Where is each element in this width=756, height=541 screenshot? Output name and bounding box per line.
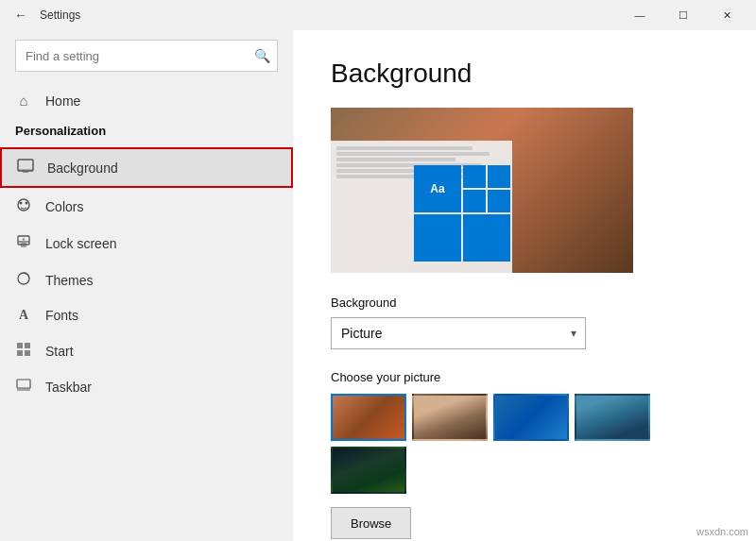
taskbar-label: Taskbar [45,380,92,395]
preview-line [336,158,455,161]
svg-rect-13 [17,350,23,356]
sidebar-item-taskbar[interactable]: Taskbar [0,369,293,404]
svg-point-4 [20,202,23,205]
sidebar-item-fonts[interactable]: A Fonts [0,298,293,332]
svg-rect-7 [21,243,26,247]
svg-point-9 [23,238,25,240]
main-container: 🔍 ⌂ Home Personalization Background [0,30,756,541]
tile-aa: Aa [414,165,461,212]
svg-point-5 [26,202,28,205]
svg-rect-11 [17,343,23,348]
dropdown-container: Picture Solid color Slideshow ▾ [331,317,586,349]
sidebar-item-lockscreen[interactable]: Lock screen [0,225,293,262]
lockscreen-icon [15,234,32,252]
back-button[interactable]: ← [8,2,34,28]
tile-mini [463,190,486,212]
page-title: Background [331,59,718,89]
browse-button[interactable]: Browse [331,507,411,539]
picture-thumb-1[interactable] [331,394,406,441]
search-icon[interactable]: 🔍 [254,48,270,63]
tile-mini [488,165,510,188]
colors-label: Colors [45,199,83,214]
themes-label: Themes [45,273,94,288]
minimize-button[interactable]: — [618,0,662,30]
preview-line [336,152,490,156]
home-label: Home [45,93,80,109]
picture-thumb-3[interactable] [493,394,569,441]
sidebar-item-themes[interactable]: Themes [0,262,293,298]
taskbar-icon [15,379,32,395]
title-bar-title: Settings [40,8,618,22]
fonts-icon: A [15,308,32,323]
fonts-label: Fonts [45,308,78,323]
themes-icon [15,271,32,289]
tile-grid [463,165,510,212]
search-input[interactable] [15,40,278,72]
picture-thumb-4[interactable] [575,394,650,441]
start-icon [15,342,32,360]
svg-rect-15 [17,380,30,388]
sidebar-item-home[interactable]: ⌂ Home [0,83,293,118]
watermark: wsxdn.com [696,526,748,537]
tile-bottom-right [463,214,510,262]
tile-mini [488,190,510,212]
choose-picture-label: Choose your picture [331,370,718,384]
tile-mini [463,165,486,188]
lockscreen-label: Lock screen [45,236,116,251]
svg-rect-12 [25,343,30,348]
content-area: Background Aa [293,30,756,541]
sidebar-section-title: Personalization [0,118,293,147]
sidebar-item-start[interactable]: Start [0,332,293,369]
picture-thumb-5[interactable] [331,447,406,494]
picture-thumb-2[interactable] [412,394,488,441]
preview-tiles: Aa [414,165,510,262]
tile-bottom-left [414,214,461,262]
start-label: Start [45,344,74,359]
pictures-row [331,394,718,494]
background-dropdown[interactable]: Picture Solid color Slideshow [331,317,586,349]
window-controls: — ☐ ✕ [618,0,748,30]
svg-rect-1 [18,169,33,171]
svg-rect-14 [25,350,30,356]
sidebar-item-colors[interactable]: Colors [0,188,293,225]
sidebar-item-background[interactable]: Background [0,147,293,188]
home-icon: ⌂ [15,93,32,109]
maximize-button[interactable]: ☐ [662,0,705,30]
colors-icon [15,197,32,215]
title-bar: ← Settings — ☐ ✕ [0,0,756,30]
background-icon [17,159,34,177]
svg-rect-16 [17,389,30,392]
background-label: Background [47,161,118,176]
background-field-label: Background [331,296,718,310]
background-preview: Aa [331,108,633,273]
svg-rect-2 [23,171,28,173]
sidebar: 🔍 ⌂ Home Personalization Background [0,30,293,541]
close-button[interactable]: ✕ [705,0,748,30]
search-container: 🔍 [15,40,278,72]
preview-line [336,146,472,150]
